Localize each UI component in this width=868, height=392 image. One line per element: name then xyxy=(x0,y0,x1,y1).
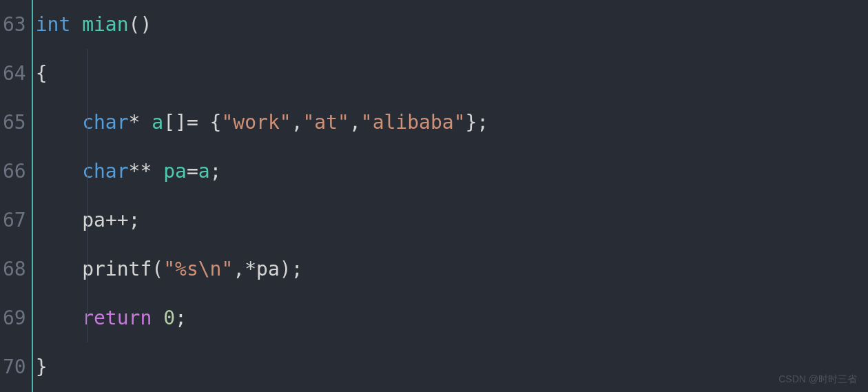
line-number: 64 xyxy=(3,49,26,98)
indent xyxy=(36,160,82,183)
code-line-68[interactable]: printf("%s\n",*pa); xyxy=(36,245,868,293)
space xyxy=(70,13,82,36)
code-line-69[interactable]: return 0; xyxy=(36,293,868,342)
semicolon: ; xyxy=(210,160,222,183)
string-literal: "%s\n" xyxy=(163,258,233,280)
brace-open: { xyxy=(210,111,222,134)
pointer-star: * xyxy=(129,111,141,134)
brackets: [] xyxy=(163,111,187,134)
variable-a: a xyxy=(198,160,210,183)
deref-star: * xyxy=(245,258,256,280)
code-line-70[interactable]: } xyxy=(36,342,868,391)
space xyxy=(152,307,163,329)
code-line-64[interactable]: { xyxy=(36,49,868,98)
comma: , xyxy=(233,258,245,280)
brace-close: } xyxy=(36,355,48,378)
code-line-65[interactable]: char* a[]= {"work","at","alibaba"}; xyxy=(36,98,868,147)
line-number: 67 xyxy=(3,196,26,245)
indent xyxy=(36,307,82,329)
variable-a: a xyxy=(152,111,163,134)
indent xyxy=(36,258,82,280)
line-number: 66 xyxy=(3,147,26,196)
line-number: 69 xyxy=(3,293,26,342)
equals: = xyxy=(187,111,210,134)
line-gutter: 63 64 65 66 67 68 69 70 xyxy=(0,0,32,392)
brace-open: { xyxy=(36,62,48,85)
variable-pa: pa xyxy=(82,209,105,231)
string-literal: "alibaba" xyxy=(361,111,466,134)
parentheses: () xyxy=(129,13,152,36)
pointer-star: ** xyxy=(129,160,152,183)
code-line-66[interactable]: char** pa=a; xyxy=(36,147,868,196)
function-printf: printf xyxy=(82,258,152,280)
indent xyxy=(36,209,82,231)
indent-guide xyxy=(87,49,87,342)
line-number: 70 xyxy=(3,342,26,391)
semicolon: ; xyxy=(129,209,141,231)
semicolon: ; xyxy=(175,307,187,329)
code-line-63[interactable]: int mian() xyxy=(36,0,868,49)
function-name: mian xyxy=(82,13,128,36)
watermark-text: CSDN @时时三省 xyxy=(778,372,857,386)
code-editor[interactable]: 63 64 65 66 67 68 69 70 int mian() { cha… xyxy=(0,0,868,392)
space xyxy=(140,111,152,134)
variable-pa: pa xyxy=(256,258,280,280)
paren-open: ( xyxy=(152,258,163,280)
variable-pa: pa xyxy=(163,160,187,183)
keyword-char: char xyxy=(82,160,128,183)
string-literal: "at" xyxy=(302,111,349,134)
equals: = xyxy=(187,160,198,183)
paren-close: ) xyxy=(280,258,291,280)
semicolon: ; xyxy=(477,111,488,134)
keyword-char: char xyxy=(82,111,128,134)
semicolon: ; xyxy=(291,258,303,280)
increment: ++ xyxy=(105,209,129,231)
comma: , xyxy=(349,111,361,134)
keyword-return: return xyxy=(82,307,152,329)
line-number: 68 xyxy=(3,245,26,293)
indent xyxy=(36,111,82,134)
keyword-int: int xyxy=(36,13,71,36)
line-number: 63 xyxy=(3,0,26,49)
brace-close: } xyxy=(466,111,477,134)
comma: , xyxy=(291,111,303,134)
number-zero: 0 xyxy=(163,307,175,329)
code-content[interactable]: int mian() { char* a[]= {"work","at","al… xyxy=(32,0,868,392)
code-line-67[interactable]: pa++; xyxy=(36,196,868,245)
line-number: 65 xyxy=(3,98,26,147)
string-literal: "work" xyxy=(221,111,291,134)
space xyxy=(152,160,163,183)
